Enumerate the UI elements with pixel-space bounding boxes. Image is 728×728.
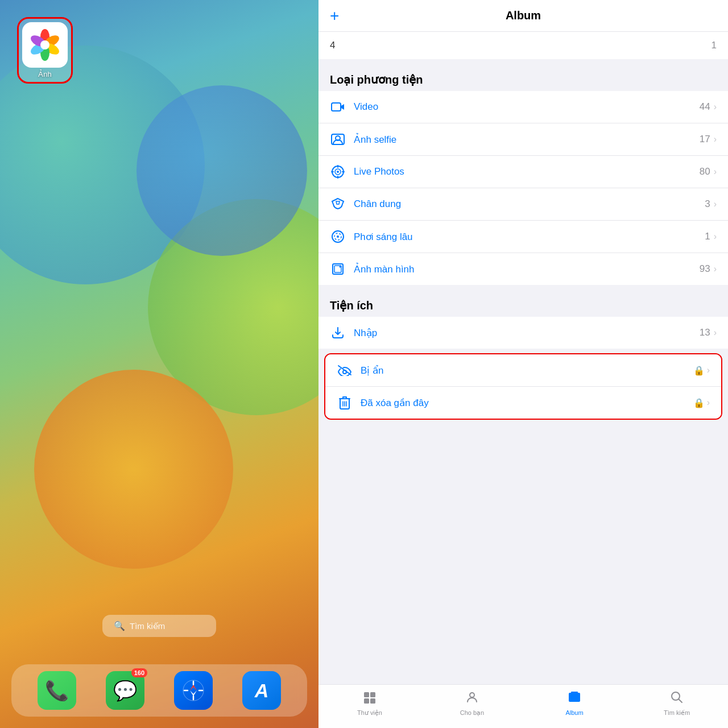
- media-type-list: Video 44 › Ảnh selfie 17 ›: [318, 91, 728, 285]
- import-count: 13: [700, 327, 710, 338]
- add-album-button[interactable]: +: [330, 7, 339, 25]
- svg-rect-37: [364, 698, 369, 704]
- video-chevron: ›: [714, 102, 717, 112]
- live-photos-icon: [330, 164, 346, 180]
- partial-section: 4 1: [318, 32, 728, 59]
- tab-bar: Thư viện Cho bạn Album: [318, 684, 728, 728]
- svg-rect-14: [332, 103, 341, 111]
- portrait-label: Chân dung: [354, 198, 705, 210]
- album-header: + Album: [318, 0, 728, 32]
- svg-rect-40: [569, 693, 580, 702]
- search-bar-text: Tìm kiếm: [130, 621, 165, 631]
- search-icon: 🔍: [114, 621, 125, 631]
- tab-search[interactable]: Tìm kiếm: [657, 690, 697, 717]
- hidden-lock-icon: 🔒: [693, 365, 705, 376]
- deleted-icon: [337, 395, 353, 411]
- section-header-utilities: Tiện ích: [318, 285, 728, 317]
- album-item-hidden[interactable]: Bị ẩn 🔒 ›: [325, 354, 721, 387]
- live-photos-label: Live Photos: [354, 166, 700, 177]
- deleted-lock-icon: 🔒: [693, 398, 705, 408]
- hidden-icon: [337, 362, 353, 378]
- live-photos-chevron: ›: [714, 167, 717, 177]
- dock-messages-icon[interactable]: 💬 160: [106, 671, 144, 710]
- hidden-label: Bị ẩn: [361, 365, 693, 377]
- selfie-label: Ảnh selfie: [354, 134, 700, 146]
- messages-badge: 160: [131, 668, 147, 677]
- import-chevron: ›: [714, 328, 717, 338]
- album-item-video[interactable]: Video 44 ›: [318, 91, 728, 123]
- dock-phone-icon[interactable]: 📞: [38, 671, 76, 710]
- dock: 📞 💬 160 A: [11, 664, 307, 717]
- selfie-chevron: ›: [714, 134, 717, 144]
- library-tab-icon: [363, 690, 377, 708]
- long-exposure-chevron: ›: [714, 231, 717, 242]
- for-you-tab-icon: [465, 690, 479, 708]
- svg-point-29: [340, 266, 341, 268]
- svg-line-43: [679, 700, 682, 703]
- dock-appstore-icon[interactable]: A: [242, 671, 281, 710]
- deleted-chevron: ›: [707, 398, 710, 408]
- search-bar[interactable]: 🔍 Tìm kiếm: [102, 615, 216, 637]
- recently-deleted-label: Đã xóa gần đây: [361, 397, 693, 409]
- svg-rect-41: [571, 692, 578, 693]
- album-item-live-photos[interactable]: Live Photos 80 ›: [318, 156, 728, 188]
- svg-rect-36: [370, 692, 375, 697]
- long-exposure-count: 1: [705, 231, 710, 242]
- svg-marker-12: [190, 685, 197, 690]
- import-icon: [330, 325, 346, 341]
- partial-col2: 1: [712, 40, 717, 51]
- album-content: 4 1 Loại phương tiện Video 44 ›: [318, 32, 728, 684]
- locked-list: Bị ẩn 🔒 ›: [325, 354, 721, 419]
- svg-marker-13: [190, 690, 197, 696]
- svg-rect-38: [370, 698, 375, 704]
- svg-rect-35: [364, 692, 369, 697]
- search-tab-icon: [670, 690, 684, 708]
- svg-point-30: [343, 370, 346, 374]
- long-exposure-label: Phơi sáng lâu: [354, 231, 705, 243]
- screenshot-chevron: ›: [714, 264, 717, 274]
- svg-point-26: [337, 235, 339, 238]
- import-label: Nhập: [354, 327, 700, 339]
- iphone-homescreen: Ảnh 🔍 Tìm kiếm 📞 💬 160 A: [0, 0, 318, 728]
- partial-row[interactable]: 4 1: [318, 32, 728, 59]
- album-item-recently-deleted[interactable]: Đã xóa gần đây 🔒 ›: [325, 387, 721, 419]
- album-item-import[interactable]: Nhập 13 ›: [318, 317, 728, 349]
- search-tab-label: Tìm kiếm: [664, 709, 690, 717]
- app-icon-label: Ảnh: [38, 70, 51, 78]
- section-header-media: Loại phương tiện: [318, 59, 728, 91]
- video-icon: [330, 99, 346, 115]
- tab-library[interactable]: Thư viện: [350, 690, 390, 717]
- portrait-icon: [330, 196, 346, 212]
- album-item-screenshot[interactable]: Ảnh màn hình 93 ›: [318, 253, 728, 285]
- tab-for-you[interactable]: Cho bạn: [452, 690, 492, 717]
- partial-col1: 4: [330, 40, 712, 51]
- album-header-title: Album: [506, 9, 541, 22]
- svg-point-39: [470, 693, 474, 697]
- red-border-wrapper: Bị ẩn 🔒 ›: [318, 353, 728, 420]
- portrait-chevron: ›: [714, 199, 717, 209]
- for-you-tab-label: Cho bạn: [460, 709, 484, 717]
- photos-app-icon[interactable]: [22, 22, 68, 68]
- locked-items-section: Bị ẩn 🔒 ›: [324, 353, 722, 420]
- selfie-count: 17: [700, 134, 710, 145]
- tab-album[interactable]: Album: [555, 690, 594, 717]
- long-exposure-icon: [330, 229, 346, 245]
- album-item-portrait[interactable]: Chân dung 3 ›: [318, 188, 728, 221]
- selfie-icon: [330, 131, 346, 147]
- album-tab-icon: [568, 690, 581, 708]
- photos-album-panel: + Album 4 1 Loại phương tiện Video: [318, 0, 728, 728]
- album-item-long-exposure[interactable]: Phơi sáng lâu 1 ›: [318, 221, 728, 253]
- screenshot-label: Ảnh màn hình: [354, 263, 700, 275]
- video-label: Video: [354, 101, 700, 113]
- svg-point-6: [40, 40, 49, 49]
- photos-app-icon-container[interactable]: Ảnh: [17, 17, 73, 84]
- hidden-chevron: ›: [707, 365, 710, 375]
- album-tab-label: Album: [565, 709, 583, 716]
- video-count: 44: [700, 101, 710, 113]
- screenshot-count: 93: [700, 263, 710, 275]
- album-item-selfie[interactable]: Ảnh selfie 17 ›: [318, 123, 728, 156]
- import-list: Nhập 13 ›: [318, 317, 728, 349]
- live-photos-count: 80: [700, 166, 710, 177]
- portrait-count: 3: [705, 198, 710, 210]
- dock-safari-icon[interactable]: [174, 671, 213, 710]
